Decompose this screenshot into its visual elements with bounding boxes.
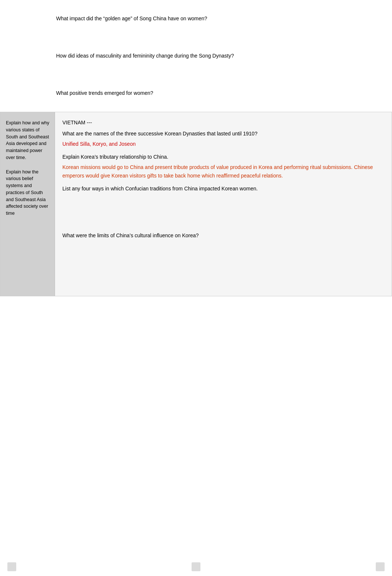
- bottom-answer-2: Korean missions would go to China and pr…: [62, 163, 381, 180]
- bottom-icons-bar: [0, 558, 392, 576]
- question-block-1: What impact did the “golden age” of Song…: [0, 15, 392, 23]
- question-block-3: What positive trends emerged for women?: [0, 89, 392, 97]
- answer-space-4: [62, 242, 381, 279]
- bottom-answer-1: Unified Silla, Koryo, and Joseon: [62, 140, 381, 148]
- page-container: What impact did the “golden age” of Song…: [0, 0, 392, 576]
- section-header: VIETNAM ---: [62, 120, 381, 125]
- bottom-icon-center[interactable]: [192, 562, 200, 571]
- left-sidebar: Explain how and why various states of So…: [0, 112, 55, 296]
- bottom-icon-left[interactable]: [7, 562, 16, 571]
- top-section: What impact did the “golden age” of Song…: [0, 0, 392, 97]
- question-1-text: What impact did the “golden age” of Song…: [56, 15, 207, 21]
- sidebar-prompt-2: Explain how the various belief systems a…: [6, 169, 51, 217]
- bottom-icon-right[interactable]: [376, 562, 385, 571]
- bottom-question-4: What were the limits of China’s cultural…: [62, 232, 381, 239]
- bottom-section: Explain how and why various states of So…: [0, 112, 392, 296]
- question-3-text: What positive trends emerged for women?: [56, 90, 153, 96]
- answer-space-3: [62, 195, 381, 232]
- bottom-question-1: What are the names of the three successi…: [62, 130, 381, 138]
- question-block-2: How did ideas of masculinity and feminin…: [0, 52, 392, 60]
- bottom-question-2: Explain Korea’s tributary relationship t…: [62, 153, 381, 161]
- question-2-text: How did ideas of masculinity and feminin…: [56, 53, 234, 59]
- sidebar-prompt-1: Explain how and why various states of So…: [6, 120, 51, 161]
- bottom-question-3: List any four ways in which Confucian tr…: [62, 185, 381, 193]
- right-content: VIETNAM --- What are the names of the th…: [55, 112, 392, 296]
